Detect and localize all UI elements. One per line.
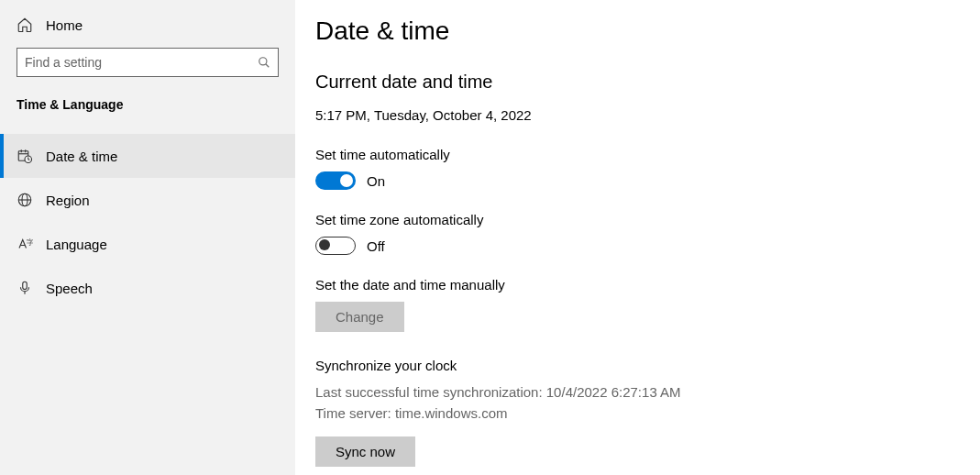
sidebar-item-label: Speech (46, 281, 93, 296)
category-title: Time & Language (0, 97, 295, 134)
manual-datetime-label: Set the date and time manually (315, 277, 943, 293)
calendar-clock-icon (17, 148, 33, 164)
set-tz-auto-row: Off (315, 237, 943, 255)
language-icon: 字 (17, 236, 33, 252)
sync-last-line: Last successful time synchronization: 10… (315, 382, 943, 403)
svg-line-8 (28, 160, 30, 160)
home-icon (17, 17, 33, 33)
sidebar-item-language[interactable]: 字 Language (0, 222, 295, 266)
set-time-auto-state: On (367, 173, 385, 189)
set-time-auto-toggle[interactable] (315, 171, 356, 190)
home-label: Home (46, 17, 83, 33)
set-time-auto-label: Set time automatically (315, 147, 943, 162)
svg-rect-13 (23, 282, 28, 289)
microphone-icon (17, 280, 33, 296)
svg-text:字: 字 (27, 238, 34, 247)
search-input-wrap[interactable] (17, 48, 279, 77)
svg-line-1 (266, 64, 270, 68)
set-tz-auto-label: Set time zone automatically (315, 212, 943, 227)
search-input[interactable] (25, 55, 258, 70)
change-button[interactable]: Change (315, 302, 404, 332)
sync-now-button[interactable]: Sync now (315, 436, 415, 467)
current-datetime-heading: Current date and time (315, 72, 943, 93)
search-icon (258, 56, 270, 69)
set-time-auto-row: On (315, 171, 943, 190)
page-title: Date & time (315, 17, 943, 46)
sidebar-item-speech[interactable]: Speech (0, 266, 295, 310)
sidebar-item-region[interactable]: Region (0, 178, 295, 222)
set-tz-auto-toggle[interactable] (315, 237, 356, 255)
sidebar-item-label: Region (46, 193, 90, 208)
sidebar-item-label: Language (46, 237, 107, 252)
sync-info: Last successful time synchronization: 10… (315, 382, 943, 424)
svg-point-0 (259, 58, 267, 65)
sidebar-item-date-time[interactable]: Date & time (0, 134, 295, 178)
sync-clock-heading: Synchronize your clock (315, 358, 943, 373)
sidebar: Home Time & Language Date & time Region … (0, 0, 295, 475)
sidebar-item-label: Date & time (46, 149, 117, 164)
search-container (0, 48, 295, 97)
current-datetime-value: 5:17 PM, Tuesday, October 4, 2022 (315, 107, 943, 123)
sync-server-line: Time server: time.windows.com (315, 403, 943, 425)
main-content: Date & time Current date and time 5:17 P… (295, 0, 980, 475)
home-link[interactable]: Home (0, 17, 295, 48)
globe-icon (17, 192, 33, 208)
set-tz-auto-state: Off (367, 238, 385, 254)
